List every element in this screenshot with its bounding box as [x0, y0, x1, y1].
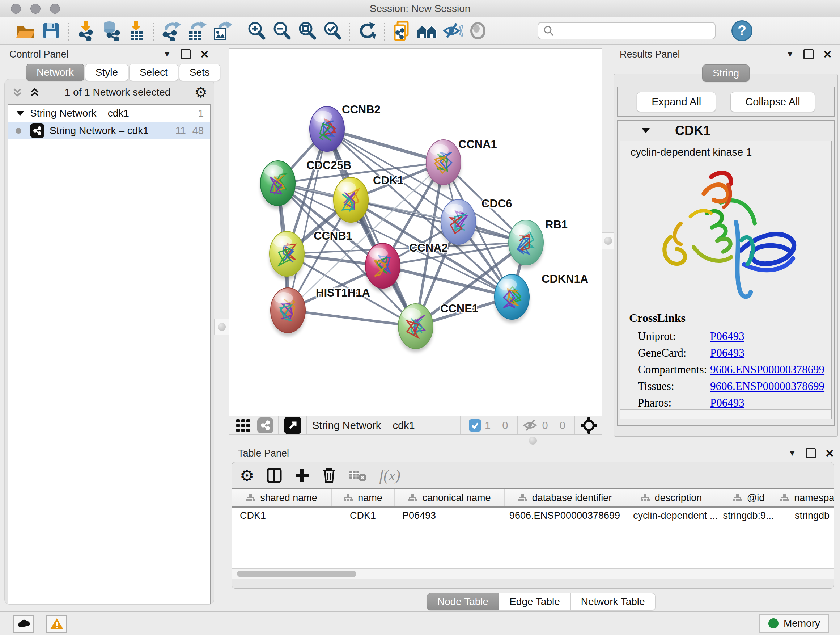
collapse-panel-icon[interactable]: ▼	[163, 50, 171, 59]
detach-view-icon[interactable]	[284, 417, 302, 434]
float-panel-icon[interactable]	[804, 49, 813, 59]
network-node-CCNA1[interactable]	[426, 140, 461, 185]
float-panel-icon[interactable]	[806, 448, 816, 458]
network-graph[interactable]: CCNB2CCNA1CDC25BCDK1CDC6RB1CCNB1CCNA2CDK…	[229, 48, 602, 416]
collapse-all-icon[interactable]	[11, 86, 24, 98]
network-node-CCNE1[interactable]	[398, 304, 433, 348]
search-input[interactable]	[555, 25, 701, 36]
trash-icon[interactable]	[322, 467, 336, 484]
column-header-name[interactable]: name	[332, 489, 394, 507]
eye-icon[interactable]	[465, 20, 491, 41]
expand-all-icon[interactable]	[28, 86, 41, 98]
houses-icon[interactable]	[415, 20, 440, 41]
selected-checkbox[interactable]	[469, 419, 481, 432]
network-import-icon[interactable]	[73, 20, 98, 41]
help-button[interactable]: ?	[731, 20, 752, 41]
column-header-shared-name[interactable]: shared name	[232, 489, 332, 507]
table-row[interactable]: CDK1CDK1P064939606.ENSP00000378699cyclin…	[232, 507, 834, 524]
network-node-CDK1[interactable]	[333, 177, 368, 222]
cloud-button[interactable]	[13, 615, 34, 633]
left-splitter-handle[interactable]	[214, 318, 229, 335]
tree-expand-icon[interactable]	[16, 111, 24, 116]
column-header-description[interactable]: description	[625, 489, 717, 507]
column-header-namespace[interactable]: namespace	[780, 489, 834, 507]
image-export-icon[interactable]	[209, 20, 234, 41]
table-cell[interactable]: 9606.ENSP00000378699	[504, 507, 625, 524]
table-horizontal-scrollbar[interactable]	[232, 568, 834, 579]
tab-node-table[interactable]: Node Table	[427, 593, 499, 610]
save-icon[interactable]	[38, 20, 64, 41]
tab-style[interactable]: Style	[85, 64, 128, 81]
bottom-splitter-handle[interactable]	[529, 437, 537, 445]
scrollbar-thumb[interactable]	[237, 570, 356, 577]
network-node-CDC6[interactable]	[441, 200, 476, 244]
network-node-CCNB1[interactable]	[270, 231, 304, 276]
tab-sets[interactable]: Sets	[179, 64, 220, 81]
column-header-id[interactable]: @id	[717, 489, 780, 507]
column-header-database-identifier[interactable]: database identifier	[504, 489, 625, 507]
memory-button[interactable]: Memory	[759, 614, 829, 633]
section-expand-icon[interactable]	[642, 128, 650, 133]
eye-slash-icon[interactable]	[440, 20, 465, 41]
open-folder-icon[interactable]	[13, 20, 38, 41]
collapse-all-button[interactable]: Collapse All	[730, 92, 815, 112]
collapse-panel-icon[interactable]: ▼	[786, 50, 794, 59]
crosslink-link[interactable]: P06493	[710, 347, 745, 359]
network-node-CDC25B[interactable]	[261, 161, 295, 206]
delete-table-icon[interactable]	[349, 468, 367, 483]
network-node-RB1[interactable]	[508, 220, 543, 265]
tab-network-table[interactable]: Network Table	[570, 593, 655, 610]
collapse-panel-icon[interactable]: ▼	[788, 448, 796, 458]
close-panel-icon[interactable]: ✕	[200, 48, 209, 61]
float-panel-icon[interactable]	[180, 49, 191, 59]
zoom-fit-icon[interactable]	[294, 20, 320, 41]
crosslink-link[interactable]: 9606.ENSP00000378699	[710, 363, 824, 376]
table-cell[interactable]: CDK1	[232, 507, 332, 524]
crosslink-link[interactable]: 9606.ENSP00000378699	[710, 380, 824, 393]
zoom-in-icon[interactable]	[244, 20, 269, 41]
table-cell[interactable]: stringdb	[780, 507, 834, 524]
column-header-canonical-name[interactable]: canonical name	[394, 489, 504, 507]
zoom-selected-icon[interactable]	[320, 20, 345, 41]
table-cell[interactable]: P06493	[394, 507, 504, 524]
network-edge[interactable]	[288, 129, 327, 310]
tab-edge-table[interactable]: Edge Table	[499, 593, 570, 610]
network-row[interactable]: String Network – cdk1 11 48	[8, 122, 210, 139]
network-export-icon[interactable]	[158, 20, 184, 41]
crosslink-link[interactable]: P06493	[710, 396, 745, 409]
node-table[interactable]: shared namenamecanonical namedatabase id…	[232, 488, 834, 579]
table-import-icon[interactable]	[124, 20, 149, 41]
tab-network[interactable]: Network	[26, 64, 84, 81]
birdseye-crosshair-icon[interactable]	[580, 416, 598, 434]
table-cell[interactable]: stringdb:9...	[717, 507, 780, 524]
tab-string[interactable]: String	[702, 65, 750, 82]
table-cell[interactable]: CDK1	[332, 507, 394, 524]
zoom-out-icon[interactable]	[269, 20, 294, 41]
grid-view-icon[interactable]	[235, 417, 251, 434]
share-view-icon[interactable]	[257, 417, 273, 433]
network-edge[interactable]	[288, 310, 416, 326]
close-panel-icon[interactable]: ✕	[825, 447, 834, 460]
gear-icon[interactable]: ⚙	[194, 84, 207, 101]
tab-select[interactable]: Select	[129, 64, 178, 81]
refresh-icon[interactable]	[355, 20, 380, 41]
table-export-icon[interactable]	[184, 20, 209, 41]
network-collection-row[interactable]: String Network – cdk1 1	[8, 105, 210, 122]
network-node-HIST1H1A[interactable]	[271, 288, 305, 333]
right-splitter-handle[interactable]	[600, 233, 616, 249]
gene-section-header[interactable]: CDK1	[618, 120, 834, 141]
network-node-CDKN1A[interactable]	[494, 274, 529, 319]
crosslink-link[interactable]: P06493	[710, 330, 745, 343]
results-horizontal-scrollbar[interactable]	[621, 409, 831, 418]
network-node-CCNA2[interactable]	[365, 243, 400, 288]
gear-icon[interactable]: ⚙	[240, 466, 254, 485]
function-icon[interactable]: f(x)	[379, 467, 400, 484]
expand-all-button[interactable]: Expand All	[637, 92, 716, 112]
network-node-CCNB2[interactable]	[309, 106, 344, 151]
warning-button[interactable]	[46, 615, 67, 633]
close-panel-icon[interactable]: ✕	[823, 48, 832, 61]
file-network-icon[interactable]	[389, 20, 415, 41]
table-cell[interactable]: cyclin-dependent ...	[625, 507, 717, 524]
database-import-icon[interactable]	[98, 20, 124, 41]
add-column-icon[interactable]	[294, 468, 309, 483]
